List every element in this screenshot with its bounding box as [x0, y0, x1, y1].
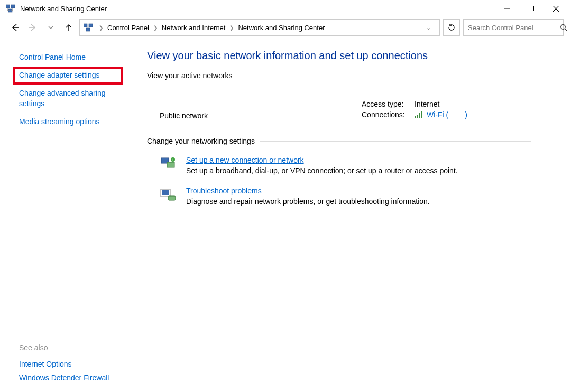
chevron-right-icon[interactable]: ❯: [151, 25, 160, 31]
svg-rect-10: [84, 24, 87, 27]
search-icon: [560, 24, 567, 31]
svg-rect-21: [168, 196, 176, 200]
divider: [354, 88, 354, 121]
active-networks-panel: Public network Access type: Internet Con…: [147, 88, 531, 121]
setup-connection-item: + Set up a new connection or network Set…: [160, 156, 531, 175]
troubleshoot-link[interactable]: Troubleshoot problems: [186, 186, 430, 195]
sidebar-change-advanced-sharing[interactable]: Change advanced sharing settings: [19, 86, 114, 111]
svg-line-14: [565, 29, 567, 31]
breadcrumb-network-sharing-center[interactable]: Network and Sharing Center: [238, 24, 325, 32]
search-control-panel[interactable]: [463, 19, 564, 36]
breadcrumb-icon: [83, 22, 94, 33]
see-also-internet-options[interactable]: Internet Options: [19, 357, 127, 371]
divider: [260, 141, 531, 142]
nav-forward-button[interactable]: [25, 20, 40, 35]
window-title: Network and Sharing Center: [20, 5, 495, 13]
refresh-button[interactable]: [443, 19, 460, 36]
svg-point-13: [561, 25, 565, 29]
window-titlebar: Network and Sharing Center: [0, 0, 571, 17]
sidebar: Control Panel Home Change adapter settin…: [0, 38, 135, 392]
chevron-down-icon[interactable]: ⌄: [424, 24, 433, 31]
wifi-signal-icon: [415, 111, 422, 118]
breadcrumb-network-and-internet[interactable]: Network and Internet: [162, 24, 226, 32]
address-bar: ❯ Control Panel ❯ Network and Internet ❯…: [0, 17, 571, 38]
troubleshoot-icon: [160, 186, 177, 203]
svg-rect-20: [162, 190, 169, 195]
network-center-icon: [5, 3, 16, 14]
divider: [238, 76, 531, 76]
svg-text:+: +: [172, 157, 174, 162]
setup-connection-desc: Set up a broadband, dial-up, or VPN conn…: [186, 166, 458, 175]
chevron-right-icon[interactable]: ❯: [227, 25, 236, 31]
highlight-annotation: [13, 67, 123, 85]
connection-link[interactable]: Wi-Fi ( ): [427, 110, 467, 119]
svg-rect-4: [529, 6, 534, 11]
minimize-button[interactable]: [495, 1, 519, 16]
connections-label: Connections:: [362, 110, 412, 119]
setup-connection-link[interactable]: Set up a new connection or network: [186, 156, 458, 164]
see-also-windows-defender-firewall[interactable]: Windows Defender Firewall: [19, 371, 127, 385]
nav-back-button[interactable]: [7, 20, 22, 35]
nav-recent-dropdown[interactable]: [43, 20, 58, 35]
page-heading: View your basic network information and …: [147, 50, 531, 62]
nav-up-button[interactable]: [61, 20, 76, 35]
see-also-heading: See also: [19, 343, 127, 352]
close-button[interactable]: [544, 1, 568, 16]
svg-rect-12: [86, 28, 90, 31]
sidebar-control-panel-home[interactable]: Control Panel Home: [19, 50, 127, 64]
search-input[interactable]: [468, 24, 557, 32]
svg-rect-11: [89, 24, 93, 27]
svg-rect-0: [6, 5, 10, 8]
troubleshoot-item: Troubleshoot problems Diagnose and repai…: [160, 186, 531, 206]
breadcrumb-bar[interactable]: ❯ Control Panel ❯ Network and Internet ❯…: [79, 19, 440, 36]
maximize-button[interactable]: [519, 1, 544, 16]
svg-rect-1: [11, 5, 15, 8]
chevron-right-icon[interactable]: ❯: [97, 25, 105, 31]
network-type: Public network: [160, 111, 346, 120]
troubleshoot-desc: Diagnose and repair network problems, or…: [186, 197, 430, 206]
breadcrumb-control-panel[interactable]: Control Panel: [107, 24, 149, 32]
access-type-label: Access type:: [362, 100, 412, 108]
svg-rect-16: [167, 162, 174, 167]
setup-connection-icon: +: [160, 156, 177, 173]
sidebar-media-streaming-options[interactable]: Media streaming options: [19, 114, 127, 129]
active-networks-label: View your active networks: [147, 71, 531, 82]
main-panel: View your basic network information and …: [135, 38, 571, 392]
access-type-value: Internet: [415, 100, 439, 108]
change-network-settings-label: Change your networking settings: [147, 137, 531, 147]
